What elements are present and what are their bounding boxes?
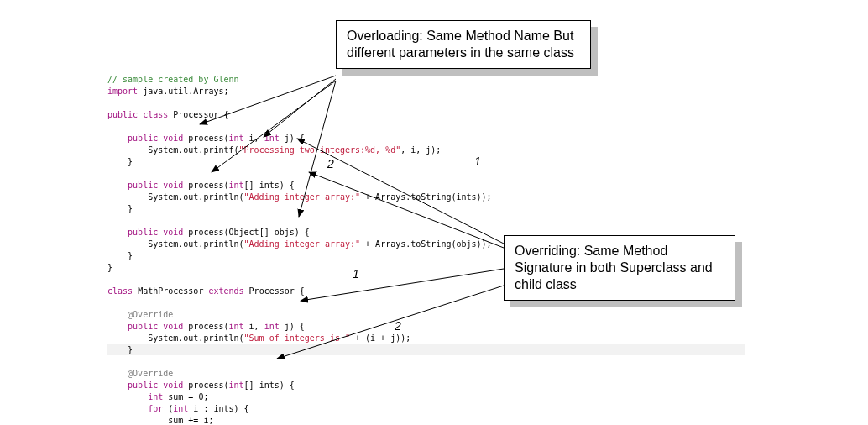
- code-block: // sample created by Glenn import java.u…: [107, 74, 492, 425]
- callout-overriding: Overriding: Same Method Signature in bot…: [504, 235, 735, 301]
- arrow-label-1b: 1: [353, 267, 359, 281]
- arrow-label-2a: 2: [327, 157, 334, 171]
- arrow-label-2b: 2: [395, 319, 401, 333]
- arrow-label-1a: 1: [474, 155, 481, 168]
- callout-overloading: Overloading: Same Method Name But differ…: [336, 20, 591, 69]
- code-comment: // sample created by Glenn: [107, 75, 239, 84]
- callout-overriding-text: Overriding: Same Method Signature in bot…: [515, 244, 713, 291]
- callout-overloading-text: Overloading: Same Method Name But differ…: [347, 29, 574, 60]
